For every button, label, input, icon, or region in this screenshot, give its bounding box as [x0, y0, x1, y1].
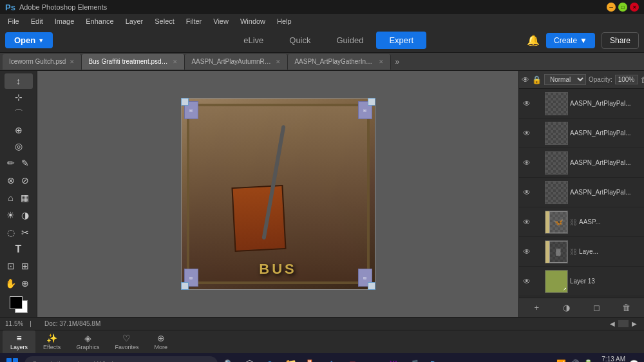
notification-bell-icon[interactable]: 🔔 — [527, 34, 540, 46]
document-canvas[interactable]: BUS ✉ ✉ ✉ ✉ — [181, 98, 375, 290]
doc-tab-close-1[interactable]: ✕ — [173, 59, 178, 65]
layer-row-6[interactable]: 👁 ↗ Layer 13 — [519, 267, 644, 296]
scroll-right-button[interactable]: ▶ — [630, 320, 639, 327]
layer-visibility-6[interactable]: 👁 — [522, 277, 532, 286]
tab-graphics[interactable]: ◈ Graphics — [68, 330, 107, 353]
menu-edit[interactable]: Edit — [26, 16, 48, 26]
tray-notifications-icon[interactable]: 💬 — [629, 359, 639, 362]
brush-tool-button[interactable]: ✏ — [5, 155, 17, 171]
layer-visibility-2[interactable]: 👁 — [522, 158, 532, 167]
red-eye-button[interactable]: ◎ — [5, 138, 33, 154]
doc-tab-3[interactable]: AASPN_ArtPlayGatherInPeace_ClockFa ✕ — [288, 54, 391, 70]
doc-tab-0[interactable]: Iceworm Gultch.psd ✕ — [3, 54, 82, 70]
opacity-input[interactable] — [615, 75, 638, 84]
layer-visibility-3[interactable]: 👁 — [522, 188, 532, 197]
layer-visibility-0[interactable]: 👁 — [522, 99, 532, 108]
layer-row-0[interactable]: 👁 AASPN_ArtPlayPal... — [519, 89, 644, 119]
menu-enhance[interactable]: Enhance — [80, 16, 118, 26]
type-tool-button[interactable]: T — [5, 242, 33, 257]
menu-filter[interactable]: Filter — [181, 16, 207, 26]
layer-visibility-1[interactable]: 👁 — [522, 129, 532, 138]
clone-tool-button[interactable]: ✂ — [19, 224, 32, 241]
tab-overflow-button[interactable]: » — [391, 57, 403, 66]
transform-handle-tl[interactable] — [181, 98, 189, 106]
layer-row-1[interactable]: 👁 AASPN_ArtPlayPal... — [519, 119, 644, 148]
taskbar-icon-dropbox[interactable]: ◆ — [323, 356, 340, 362]
doc-tab-1[interactable]: Bus Graffiti treatment.psd @ 11.5% (Back… — [82, 54, 185, 70]
close-button[interactable]: ✕ — [630, 3, 639, 12]
layer-row-5[interactable]: 👁 ▓ ⛓ Laye... — [519, 237, 644, 267]
selection-tool-button[interactable]: ⊹ — [5, 90, 33, 105]
tray-network-icon[interactable]: 📶 — [556, 359, 566, 362]
system-clock[interactable]: 7:13 AM 4/27/2016 — [597, 355, 626, 362]
lock-icon[interactable]: 🔒 — [532, 73, 542, 87]
taskbar-icon-photoshop[interactable]: Ps — [426, 356, 443, 362]
tab-guided[interactable]: Guided — [324, 32, 377, 49]
shape-tool-button[interactable]: ⊡ — [5, 258, 17, 274]
eraser-tool-button[interactable]: ⊗ — [5, 172, 17, 189]
create-button[interactable]: Create ▼ — [546, 33, 595, 48]
layer-visibility-4[interactable]: 👁 — [522, 218, 532, 227]
crop-tool-button[interactable]: ⊞ — [19, 258, 32, 274]
tab-expert[interactable]: Expert — [376, 32, 426, 49]
add-adjustment-button[interactable]: ◑ — [560, 301, 574, 315]
tab-more[interactable]: ⊕ More — [146, 330, 175, 353]
menu-layer[interactable]: Layer — [120, 16, 149, 26]
add-layer-button[interactable]: + — [529, 301, 544, 315]
blur-tool-button[interactable]: ◌ — [5, 224, 17, 241]
eye-icon[interactable]: 👁 — [522, 73, 529, 87]
menu-window[interactable]: Window — [235, 16, 270, 26]
hand-tool-button[interactable]: ✋ — [5, 275, 17, 292]
gradient-tool-button[interactable]: ▦ — [19, 189, 32, 206]
transform-handle-bl[interactable] — [181, 282, 189, 290]
share-button[interactable]: Share — [601, 32, 639, 49]
scroll-left-button[interactable]: ◀ — [608, 320, 617, 327]
doc-tab-close-2[interactable]: ✕ — [276, 59, 281, 65]
paint-bucket-button[interactable]: ⌂ — [5, 189, 17, 206]
quick-select-button[interactable]: ⊕ — [5, 122, 33, 138]
taskbar-icon-task-view[interactable]: ⬡ — [241, 356, 258, 362]
menu-select[interactable]: Select — [149, 16, 180, 26]
delete-layer-button-2[interactable]: 🗑 — [620, 301, 634, 315]
taskbar-icon-yahoo[interactable]: Y! — [385, 356, 402, 362]
taskbar-icon-edge[interactable]: e — [261, 356, 278, 362]
lasso-tool-button[interactable]: ⌒ — [5, 106, 33, 121]
layer-visibility-5[interactable]: 👁 — [522, 247, 532, 256]
taskbar-icon-kofax[interactable]: ⊞ — [344, 356, 361, 362]
taskbar-icon-amazon[interactable]: ▲ — [365, 356, 381, 362]
delete-layer-button[interactable]: 🗑 — [641, 73, 644, 87]
tray-volume-icon[interactable]: 🔊 — [570, 359, 580, 362]
menu-image[interactable]: Image — [50, 16, 80, 26]
tab-quick[interactable]: Quick — [276, 32, 323, 49]
bg-eraser-button[interactable]: ⊘ — [19, 172, 32, 189]
add-mask-button[interactable]: ◻ — [589, 301, 603, 315]
maximize-button[interactable]: □ — [618, 3, 627, 12]
minimize-button[interactable]: ─ — [607, 3, 616, 12]
doc-tab-2[interactable]: AASPN_ArtPlayAutumnRust_Clock.png ✕ — [185, 54, 288, 70]
start-button[interactable] — [3, 355, 22, 362]
burn-tool-button[interactable]: ◑ — [19, 207, 32, 224]
pencil-tool-button[interactable]: ✎ — [19, 155, 32, 171]
menu-view[interactable]: View — [208, 16, 234, 26]
zoom-tool-button[interactable]: ⊕ — [19, 275, 32, 292]
tray-battery-icon[interactable]: 🔋 — [583, 359, 593, 362]
open-button[interactable]: Open ▼ — [5, 32, 53, 48]
tab-layers[interactable]: ≡ Layers — [3, 330, 35, 353]
foreground-color-swatch[interactable] — [10, 296, 23, 309]
doc-tab-close-3[interactable]: ✕ — [379, 59, 384, 65]
blending-mode-select[interactable]: Normal Multiply Screen Overlay — [544, 74, 586, 85]
layer-row-2[interactable]: 👁 AASPN_ArtPlayPal... — [519, 148, 644, 178]
taskbar-icon-explorer[interactable]: 📁 — [282, 356, 299, 362]
layer-row-4[interactable]: 👁 🦋 ⛓ AASP... — [519, 207, 644, 237]
move-tool-button[interactable]: ↕ — [5, 73, 33, 89]
tab-favorites[interactable]: ♡ Favorites — [107, 330, 146, 353]
transform-handle-tr[interactable] — [368, 98, 375, 106]
menu-help[interactable]: Help — [272, 16, 297, 26]
taskbar-icon-cortana[interactable]: 🔍 — [220, 356, 237, 362]
layer-row-3[interactable]: 👁 AASPN_ArtPlayPal... — [519, 178, 644, 207]
taskbar-icon-store[interactable]: 🏪 — [303, 356, 319, 362]
dodge-tool-button[interactable]: ☀ — [5, 207, 17, 224]
taskbar-search-input[interactable] — [24, 356, 218, 362]
tab-elive[interactable]: eLive — [231, 32, 276, 49]
tab-effects[interactable]: ✨ Effects — [35, 330, 68, 353]
